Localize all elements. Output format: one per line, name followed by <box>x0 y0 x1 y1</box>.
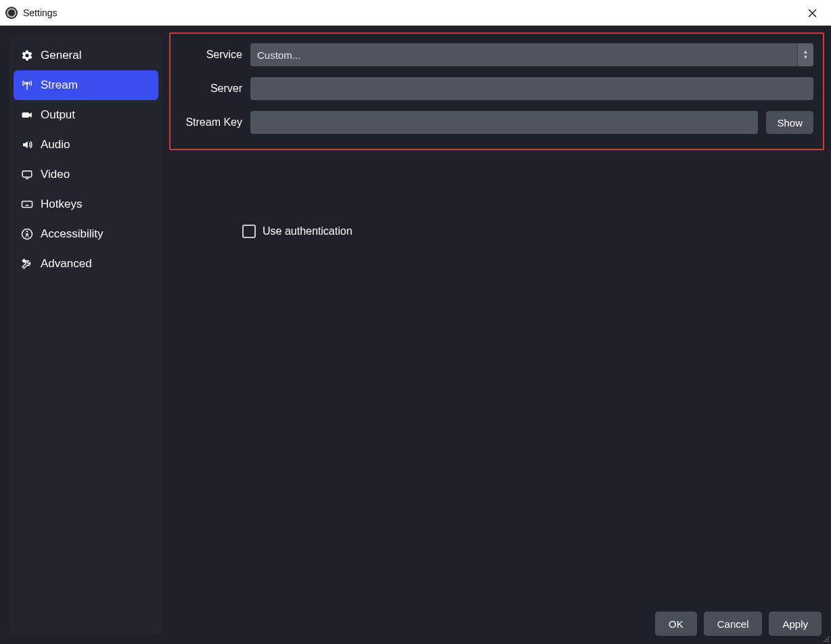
svg-point-7 <box>826 641 827 642</box>
sidebar-item-hotkeys[interactable]: Hotkeys <box>14 189 158 219</box>
svg-point-5 <box>26 231 28 232</box>
obs-app-icon <box>5 7 18 19</box>
svg-rect-2 <box>22 171 32 177</box>
svg-point-11 <box>828 637 829 638</box>
settings-sidebar: General Stream Output Audio Video <box>9 35 162 635</box>
sidebar-item-label: General <box>41 49 81 62</box>
stream-key-input[interactable] <box>250 111 758 134</box>
svg-point-8 <box>828 639 829 640</box>
service-label: Service <box>180 49 242 61</box>
antenna-icon <box>20 79 34 91</box>
camera-icon <box>20 109 34 121</box>
sidebar-item-output[interactable]: Output <box>14 100 158 130</box>
svg-rect-3 <box>22 202 32 208</box>
window-title: Settings <box>23 7 58 18</box>
show-stream-key-button[interactable]: Show <box>766 111 813 134</box>
select-stepper[interactable]: ▲ ▼ <box>797 43 813 66</box>
svg-point-10 <box>826 639 827 640</box>
sidebar-item-label: Advanced <box>41 257 92 271</box>
use-auth-checkbox[interactable] <box>242 225 256 238</box>
use-auth-label: Use authentication <box>263 225 353 237</box>
use-auth-row: Use authentication <box>242 225 824 238</box>
service-value: Custom... <box>257 49 300 61</box>
resize-grip[interactable] <box>822 635 830 643</box>
sidebar-item-label: Video <box>41 168 70 181</box>
close-button[interactable] <box>797 0 827 26</box>
sidebar-item-label: Output <box>41 108 75 122</box>
sidebar-item-stream[interactable]: Stream <box>14 70 158 100</box>
server-row: Server <box>180 77 813 100</box>
svg-rect-1 <box>22 112 30 118</box>
chevron-down-icon: ▼ <box>803 55 809 60</box>
accessibility-icon <box>20 228 34 240</box>
resize-icon <box>823 636 830 643</box>
sidebar-item-advanced[interactable]: Advanced <box>14 249 158 279</box>
keyboard-icon <box>20 198 34 210</box>
dialog-footer: OK Cancel Apply <box>655 612 822 636</box>
sidebar-item-accessibility[interactable]: Accessibility <box>14 219 158 249</box>
sidebar-item-label: Stream <box>41 78 78 92</box>
sidebar-item-video[interactable]: Video <box>14 160 158 189</box>
sidebar-item-label: Audio <box>41 138 70 152</box>
service-row: Service Custom... ▲ ▼ <box>180 43 813 66</box>
sidebar-item-audio[interactable]: Audio <box>14 130 158 160</box>
service-select[interactable]: Custom... ▲ ▼ <box>250 43 813 66</box>
svg-point-9 <box>824 641 825 642</box>
stream-config-highlight: Service Custom... ▲ ▼ Server Stream Key … <box>169 32 824 150</box>
server-label: Server <box>180 83 242 95</box>
cancel-button[interactable]: Cancel <box>704 612 763 636</box>
stream-key-label: Stream Key <box>180 116 242 129</box>
speaker-icon <box>20 139 34 151</box>
settings-main: Service Custom... ▲ ▼ Server Stream Key … <box>162 26 831 644</box>
sidebar-item-label: Accessibility <box>41 227 104 241</box>
svg-point-6 <box>828 641 829 642</box>
ok-button[interactable]: OK <box>655 612 697 636</box>
apply-button[interactable]: Apply <box>769 612 822 636</box>
tools-icon <box>20 258 34 270</box>
stream-key-row: Stream Key Show <box>180 111 813 134</box>
server-input[interactable] <box>250 77 813 100</box>
sidebar-item-label: Hotkeys <box>41 198 82 211</box>
gear-icon <box>20 49 34 62</box>
monitor-icon <box>20 168 34 181</box>
titlebar: Settings <box>0 0 831 26</box>
sidebar-item-general[interactable]: General <box>14 41 158 70</box>
close-icon <box>808 9 817 18</box>
